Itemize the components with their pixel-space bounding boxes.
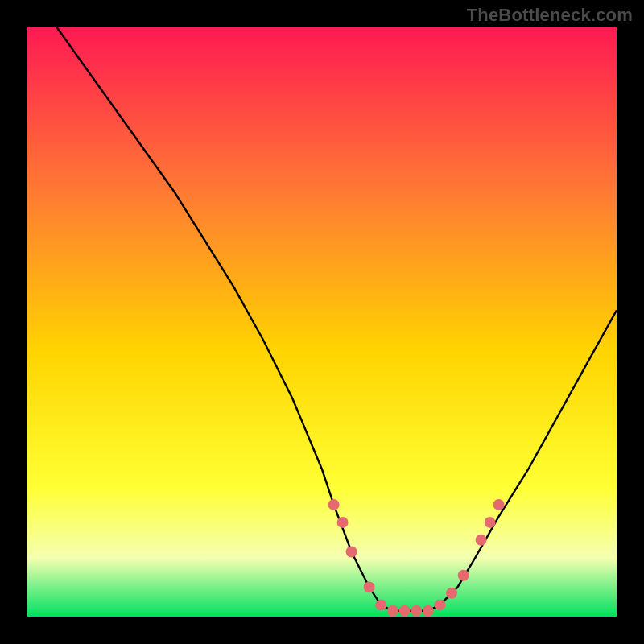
marker-point xyxy=(328,499,340,510)
plot-background xyxy=(27,27,617,617)
marker-point xyxy=(399,605,411,617)
marker-point xyxy=(346,547,357,558)
marker-point xyxy=(434,599,445,610)
marker-point xyxy=(476,535,487,546)
marker-point xyxy=(485,517,496,528)
marker-point xyxy=(458,570,469,581)
marker-point xyxy=(375,599,386,610)
marker-point xyxy=(411,605,422,617)
marker-point xyxy=(387,605,398,617)
marker-point xyxy=(446,588,457,599)
bottleneck-chart xyxy=(0,0,644,644)
watermark-text: TheBottleneck.com xyxy=(467,5,633,26)
marker-point xyxy=(364,581,375,592)
marker-point xyxy=(493,499,505,510)
marker-point xyxy=(337,517,349,528)
marker-point xyxy=(423,605,434,617)
chart-frame: TheBottleneck.com xyxy=(0,0,644,644)
